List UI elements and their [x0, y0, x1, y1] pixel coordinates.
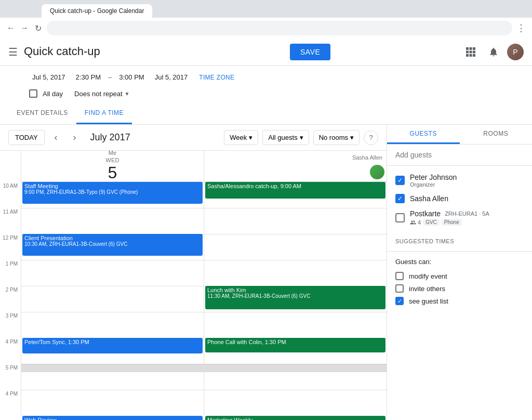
- no-rooms-dropdown[interactable]: No rooms ▾: [313, 130, 360, 145]
- postkarte-badges: 4 GVC Phone: [410, 219, 524, 226]
- menu-icon[interactable]: ☰: [8, 46, 18, 58]
- event-lunch-kim[interactable]: Lunch with Kim 11:30 AM, ZRH-EURA1-3B-Co…: [205, 286, 385, 309]
- event-marketing-weekly[interactable]: Marketing Weekly 3:30 PM, ZRH-EURA1-3A-T…: [205, 416, 385, 420]
- check-mark-sasha: ✓: [397, 195, 403, 202]
- today-button[interactable]: TODAY: [8, 130, 45, 145]
- prev-nav-button[interactable]: ‹: [49, 130, 63, 145]
- event-lunch-kim-subtitle: 11:30 AM, ZRH-EURA1-3B-Couvert (6) GVC: [207, 293, 383, 299]
- svg-rect-3: [466, 51, 469, 54]
- day-col-1: Me Wed 5: [21, 151, 204, 420]
- event-client-pres-title: Client Presentation: [24, 235, 201, 241]
- no-rooms-arrow-icon: ▾: [350, 134, 354, 141]
- back-button[interactable]: ←: [6, 23, 16, 33]
- start-date-button[interactable]: Jul 5, 2017: [29, 71, 69, 83]
- bell-icon: [488, 47, 499, 57]
- event-staff-meeting[interactable]: Staff Meeting 9:00 PM, ZRH-EURA1-3B-Typo…: [22, 182, 203, 204]
- day-col-2: Sasha Allen: [204, 151, 387, 420]
- allday-row: All day Does not repeat ▼: [0, 88, 532, 103]
- all-guests-dropdown[interactable]: All guests ▾: [262, 130, 309, 145]
- perm-checkbox-invite[interactable]: [395, 284, 404, 293]
- guest-info-postkarte: Postkarte ZRH-EURA1 · 5A 4 GVC Phone: [410, 209, 524, 226]
- panel-tab-rooms[interactable]: ROOMS: [460, 125, 533, 144]
- repeat-dropdown[interactable]: Does not repeat ▼: [74, 90, 129, 98]
- time-slot-4pm: 4 PM: [0, 338, 21, 364]
- week-view-dropdown[interactable]: Week ▾: [224, 130, 258, 145]
- tab-event-details[interactable]: EVENT DETAILS: [8, 103, 76, 124]
- event-client-presentation[interactable]: Client Presentation 10:30 AM, ZRH-EURA1-…: [22, 234, 203, 256]
- event-peter-tom-sync[interactable]: Peter/Tom Sync, 1:30 PM: [22, 338, 203, 353]
- browser-controls: ← → ↻ ⋮: [0, 18, 532, 38]
- perm-check-mark-see: ✓: [397, 298, 402, 305]
- perm-checkbox-see-guests[interactable]: ✓: [395, 297, 404, 305]
- event-peter-tom-title: Peter/Tom Sync, 1:30 PM: [24, 339, 201, 345]
- main-content: TODAY ‹ › July 2017 Week ▾ All guests ▾ …: [0, 125, 532, 420]
- panel-tab-guests[interactable]: GUESTS: [387, 125, 460, 144]
- perm-label-see-guests: see guest list: [409, 297, 448, 305]
- hour-line-6: [21, 312, 204, 338]
- permission-modify-event: modify event: [395, 270, 524, 282]
- browser-more-icon[interactable]: ⋮: [516, 22, 526, 34]
- guest-name-peter: Peter Johnson: [410, 173, 524, 181]
- guests-can-label: Guests can:: [395, 258, 524, 266]
- notifications-icon-button[interactable]: [484, 43, 503, 61]
- start-time-button[interactable]: 2:30 PM: [73, 71, 104, 83]
- svg-rect-7: [470, 54, 472, 57]
- time-slot-2pm: 2 PM: [0, 286, 21, 312]
- guest-name-postkarte: Postkarte: [410, 209, 441, 218]
- month-label: July 2017: [90, 132, 130, 143]
- top-bar: ☰ SAVE P: [0, 38, 532, 66]
- guest-checkbox-postkarte[interactable]: [395, 213, 405, 222]
- add-guests-input[interactable]: [387, 145, 532, 166]
- end-time-button[interactable]: 3:00 PM: [116, 71, 147, 83]
- day-header-1: Me Wed 5: [21, 151, 204, 182]
- postkarte-room: ZRH-EURA1 · 5A: [445, 211, 489, 217]
- timezone-button[interactable]: TIME ZONE: [199, 74, 234, 81]
- permission-see-guest-list: ✓ see guest list: [395, 295, 524, 307]
- guest-checkbox-peter[interactable]: ✓: [395, 176, 405, 185]
- hour-rows-1: Staff Meeting 9:00 PM, ZRH-EURA1-3B-Typo…: [21, 182, 204, 420]
- event-sasha-catchup[interactable]: Sasha/Alessandro catch-up, 9:00 AM: [205, 182, 385, 199]
- user-avatar[interactable]: P: [507, 44, 524, 60]
- browser-tab[interactable]: Quick catch-up - Google Calendar: [42, 4, 152, 18]
- help-button[interactable]: ?: [364, 130, 378, 145]
- app-container: ☰ SAVE P Jul 5, 2017 2:30 PM – 3:00 PM: [0, 38, 532, 420]
- top-right-actions: P: [461, 43, 524, 61]
- guest-item-peter: ✓ Peter Johnson Organizer: [387, 170, 532, 191]
- reload-button[interactable]: ↻: [33, 23, 43, 33]
- hour-line-9: [21, 390, 204, 416]
- badge-phone: Phone: [442, 219, 462, 226]
- event-sasha-catchup-title: Sasha/Alessandro catch-up, 9:00 AM: [207, 183, 383, 189]
- browser-tab-bar: Quick catch-up - Google Calendar: [0, 4, 532, 18]
- event-title-input[interactable]: [24, 43, 284, 61]
- apps-icon-button[interactable]: [461, 43, 480, 61]
- postkarte-attendees: 4: [410, 219, 421, 226]
- perm-checkbox-modify[interactable]: [395, 272, 404, 280]
- time-slot-1pm: 1 PM: [0, 260, 21, 286]
- end-date-button[interactable]: Jul 5, 2017: [152, 71, 191, 83]
- hour-line-s6: [204, 312, 387, 338]
- suggested-times-section: SUGGESTED TIMES: [387, 233, 532, 249]
- repeat-text: Does not repeat: [74, 90, 123, 98]
- event-phone-call-colin[interactable]: Phone Call with Colin, 1:30 PM: [205, 338, 385, 352]
- next-nav-button[interactable]: ›: [68, 130, 82, 145]
- url-bar[interactable]: [47, 21, 512, 35]
- panel-tabs: GUESTS ROOMS: [387, 125, 532, 145]
- time-slot-12pm: 12 PM: [0, 234, 21, 260]
- hour-line-2: [21, 208, 204, 234]
- tab-find-a-time[interactable]: FIND A TIME: [76, 103, 132, 124]
- datetime-row: Jul 5, 2017 2:30 PM – 3:00 PM Jul 5, 201…: [0, 66, 532, 88]
- event-web-review[interactable]: Web Review 3:30 PM, ZRH-EURA1-3A-Tinte (…: [22, 416, 203, 420]
- forward-button[interactable]: →: [20, 23, 29, 33]
- hour-line-5: [21, 286, 204, 312]
- guest-checkbox-sasha[interactable]: ✓: [395, 194, 405, 203]
- no-rooms-label: No rooms: [319, 134, 348, 141]
- badge-gvc: GVC: [423, 219, 440, 226]
- allday-checkbox[interactable]: [29, 89, 37, 98]
- calendar-grid: 10 AM 11 AM 12 PM 1 PM 2 PM 3 PM 4 PM 5 …: [0, 151, 387, 420]
- time-slot-11am: 11 AM: [0, 208, 21, 234]
- hour-line-s4: [204, 260, 387, 286]
- col2-top-label: Sasha Allen: [350, 153, 384, 162]
- time-slot-5pm: 5 PM: [0, 364, 21, 390]
- save-button[interactable]: SAVE: [290, 44, 330, 60]
- guest-info-sasha: Sasha Allen: [410, 194, 524, 203]
